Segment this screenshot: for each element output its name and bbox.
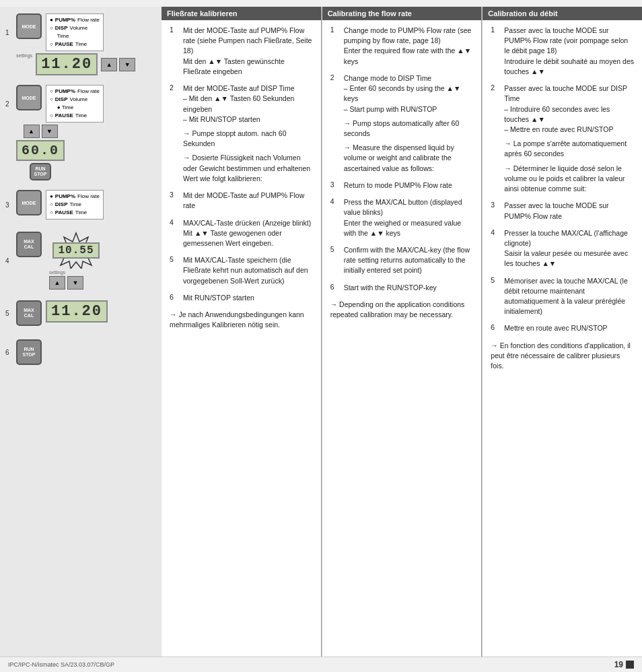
- french-step-1: 1 Passer avec la touche MODE sur PUMP% F…: [491, 26, 634, 77]
- footer: IPC/IPC-N/ismatec SA/23.03.07/CB/GP 19: [0, 657, 642, 672]
- english-step-6: 6 Start with the RUN/STOP-key: [330, 283, 474, 293]
- french-step-2-sub2: Mettre en route avec RUN/STOP: [504, 125, 634, 135]
- row-num-1: 1: [5, 29, 12, 36]
- display-5: 11.20: [46, 300, 108, 323]
- nav-down-4[interactable]: ▼: [67, 276, 83, 290]
- nav-1: ▲ ▼: [101, 58, 135, 71]
- device-row-3: 3 MODE ●PUMP% Flow rate ○DISP Time ○PAUS…: [5, 190, 156, 220]
- english-header: Calibrating the flow rate: [322, 7, 482, 20]
- nav-4: ▲ ▼: [49, 276, 83, 290]
- page-number: 19: [614, 660, 623, 669]
- page: 1 MODE ●PUMP% Flow rate ○DISP Volume ○ T…: [0, 0, 642, 672]
- nav-up-2[interactable]: ▲: [24, 125, 40, 138]
- mode-button-3[interactable]: MODE: [16, 190, 42, 215]
- french-step-2: 2 Passer avec la touche MODE sur DISP Ti…: [491, 83, 634, 194]
- english-step-4: 4 Press the MAX/CAL button (displayed va…: [330, 197, 474, 238]
- device-row-4: 4 MAXCAL 10.55 settings: [5, 232, 156, 290]
- french-step-2-sub1: Introduire 60 secondes avec les touches …: [504, 104, 634, 125]
- row-num-2: 2: [5, 100, 12, 108]
- display-1: 11.20: [36, 53, 98, 75]
- german-arrow-1: Pumpe stoppt autom. nach 60 Sekunden: [183, 129, 313, 149]
- german-arrow-2: Dosierte Flüssigkeit nach Volumen oder G…: [183, 153, 313, 184]
- nav-down-1[interactable]: ▼: [119, 58, 135, 71]
- pump-status-2: ○PUMP% Flow rate ○DISP Volume ○● Time ○P…: [46, 85, 104, 123]
- nav-down-2[interactable]: ▼: [42, 125, 58, 138]
- row-num-6: 6: [5, 349, 12, 356]
- english-step-1: 1 Change mode to PUMP% Flow rate (see pu…: [330, 26, 474, 67]
- french-column: Calibration du débit 1 Passer avec la to…: [482, 7, 642, 657]
- english-note: Depending on the application conditions …: [330, 300, 474, 320]
- german-step-2: 2 Mit der MODE-Taste auf DISP Time Mit d…: [170, 83, 313, 184]
- text-columns: Fließrate kalibrieren 1 Mit der MODE-Tas…: [162, 7, 642, 657]
- german-step-6: 6 Mit RUN/STOP starten: [170, 293, 313, 303]
- device-row-2: 2 MODE ○PUMP% Flow rate ○DISP Volume ○● …: [5, 85, 156, 180]
- german-step-2-sub1: Mit den ▲▼ Tasten 60 Sekunden eingeben: [183, 94, 313, 114]
- page-marker: 19: [614, 660, 634, 669]
- french-arrow-1: La pompe s'arrête automatiquement après …: [504, 139, 634, 159]
- nav-up-4[interactable]: ▲: [49, 276, 65, 290]
- run-stop-6[interactable]: RUNSTOP: [16, 339, 42, 365]
- english-column: Calibrating the flow rate 1 Change mode …: [322, 7, 482, 657]
- row-num-5: 5: [5, 310, 12, 317]
- english-arrow-1: Pump stops automatically after 60 second…: [344, 119, 474, 139]
- french-step-3: 3 Passer avec la touche MODE sur PUMP% F…: [491, 201, 634, 221]
- max-cal-button-5[interactable]: MAXCAL: [16, 300, 42, 326]
- row-num-3: 3: [5, 201, 12, 209]
- footer-left: IPC/IPC-N/ismatec SA/23.03.07/CB/GP: [8, 661, 114, 668]
- english-step-2-sub2: Start pump with RUN/STOP: [344, 104, 474, 114]
- display-2: 60.0: [16, 140, 65, 161]
- english-arrow-2: Measure the dispensed liquid by volume o…: [344, 143, 474, 174]
- english-step-5: 5 Confirm with the MAX/CAL-key (the flow…: [330, 245, 474, 276]
- german-step-1: 1 Mit der MODE-Taste auf PUMP% Flow rate…: [170, 26, 313, 77]
- nav-2: ▲ ▼: [24, 125, 58, 138]
- french-step-4: 4 Presser la touche MAX/CAL (l'affichage…: [491, 228, 634, 269]
- pump-status-3: ●PUMP% Flow rate ○DISP Time ○PAUSE Time: [46, 190, 104, 220]
- nav-up-1[interactable]: ▲: [101, 58, 117, 71]
- french-arrow-2: Déterminer le liquide dosé selon le volu…: [504, 164, 634, 195]
- mode-button-1[interactable]: MODE: [16, 13, 42, 39]
- english-step-2: 2 Change mode to DISP Time Enter 60 seco…: [330, 73, 474, 174]
- french-step-5: 5 Mémoriser avec la touche MAX/CAL (le d…: [491, 276, 634, 317]
- main-content: 1 MODE ●PUMP% Flow rate ○DISP Volume ○ T…: [0, 0, 642, 657]
- device-row-1: 1 MODE ●PUMP% Flow rate ○DISP Volume ○ T…: [5, 13, 156, 75]
- pump-status-1: ●PUMP% Flow rate ○DISP Volume ○ Time ○PA…: [46, 13, 104, 51]
- page-square: [626, 661, 634, 669]
- left-panel: 1 MODE ●PUMP% Flow rate ○DISP Volume ○ T…: [0, 7, 162, 657]
- run-stop-2[interactable]: RUNSTOP: [30, 163, 51, 180]
- english-step-2-sub1: Enter 60 seconds by using the ▲▼ keys: [344, 83, 474, 104]
- device-row-5: 5 MAXCAL 11.20: [5, 300, 156, 326]
- french-header: Calibration du débit: [483, 7, 642, 20]
- german-note: Je nach Anwendungsbedingungen kann mehrm…: [170, 310, 313, 330]
- french-note: En fonction des conditions d'application…: [491, 341, 634, 372]
- german-step-4: 4 MAX/CAL-Taste drücken (Anzeige blinkt)…: [170, 218, 313, 249]
- german-step-2-sub2: Mit RUN/STOP starten: [183, 114, 313, 125]
- french-step-6: 6 Mettre en route avec RUN/STOP: [491, 323, 634, 333]
- settings-label-4: settings: [49, 270, 65, 275]
- english-step-3: 3 Return to mode PUMP% Flow rate: [330, 180, 474, 191]
- device-row-6: 6 RUNSTOP: [5, 339, 156, 365]
- german-header: Fließrate kalibrieren: [162, 7, 321, 20]
- mode-button-2[interactable]: MODE: [16, 85, 42, 110]
- german-step-3: 3 Mit der MODE-Taste auf PUMP% Flow rate: [170, 191, 313, 211]
- german-step-5: 5 Mit MAX/CAL-Taste speichern (die Fließ…: [170, 255, 313, 286]
- max-cal-button-4[interactable]: MAXCAL: [16, 232, 42, 257]
- row-num-4: 4: [5, 257, 12, 265]
- german-column: Fließrate kalibrieren 1 Mit der MODE-Tas…: [162, 7, 321, 657]
- display-4: 10.55: [52, 242, 100, 259]
